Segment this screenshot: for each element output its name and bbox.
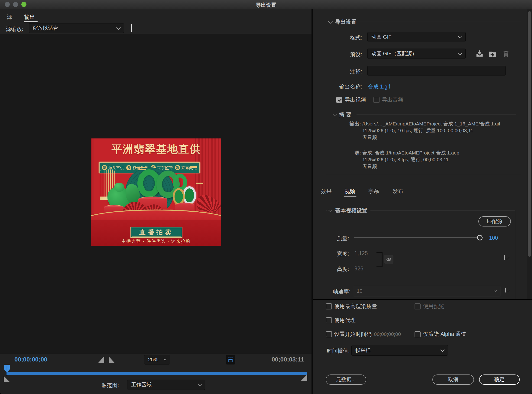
- cloud-decor-icon: [189, 166, 197, 168]
- summary-source-label: 源:: [338, 149, 361, 156]
- collapse-chevron-icon: [332, 112, 337, 116]
- preview-headline: 平洲翡翠基地直供: [91, 142, 221, 156]
- options-divider: [313, 299, 532, 300]
- start-timecode-value: 00;00;00;00: [374, 331, 401, 337]
- jd-delivery-badge-icon: 送: [175, 165, 180, 170]
- height-label: 高度:: [298, 265, 349, 273]
- title-bar: 导出设置: [0, 0, 532, 9]
- summary-output-line: /Users/…_AME/tmpAEtoAMEProject-合成 1_16_A…: [362, 120, 500, 127]
- format-dropdown[interactable]: 动画 GIF: [367, 32, 466, 42]
- use-previews-row: 使用预览: [415, 303, 444, 310]
- fit-aspect-icon: [227, 356, 234, 363]
- quality-slider[interactable]: [354, 235, 485, 241]
- tab-publish[interactable]: 发布: [392, 188, 403, 195]
- time-interpolation-dropdown[interactable]: 帧采样: [351, 345, 448, 356]
- preview-plaque: 直播拍卖: [131, 227, 182, 238]
- chevron-down-icon: [116, 25, 121, 30]
- source-range-label: 源范围:: [101, 382, 119, 389]
- set-out-point-icon[interactable]: [109, 356, 115, 363]
- link-dimensions-button[interactable]: [384, 255, 393, 264]
- width-label: 宽度:: [298, 250, 349, 257]
- work-area-start-marker[interactable]: [4, 376, 10, 382]
- text-caret: [131, 24, 132, 32]
- start-timecode-row[interactable]: 设置开始时间码 00;00;00;00: [326, 331, 401, 338]
- comments-input[interactable]: [367, 66, 506, 76]
- dimensions-enabled-checkbox[interactable]: [504, 255, 505, 260]
- export-audio-checkbox-row: 导出音频: [374, 96, 403, 103]
- current-timecode[interactable]: 00;00;00;00: [14, 356, 47, 363]
- source-scaling-label: 源缩放:: [6, 26, 31, 33]
- left-panel: 源 输出 源缩放: 缩放以适合 平洲翡翠基地直供 源 源头直供 质 权威质检: [0, 9, 311, 394]
- cloud-decor-icon: [135, 167, 147, 168]
- summary-output-line: 无音频: [362, 134, 377, 140]
- summary-source-line: 无音频: [362, 163, 377, 170]
- cloud-decor-icon: [196, 183, 203, 184]
- ok-button[interactable]: 确定: [479, 374, 520, 385]
- preview-zoom-dropdown[interactable]: 25%: [144, 355, 170, 364]
- max-render-quality-checkbox[interactable]: [326, 303, 332, 309]
- playhead-stem: [7, 371, 7, 376]
- preview-tagline: 主播力荐 · 件件优选 · 速来抢购: [91, 238, 221, 244]
- tab-output[interactable]: 输出: [24, 13, 35, 21]
- chevron-down-icon: [198, 382, 202, 386]
- alpha-only-row[interactable]: 仅渲染 Alpha 通道: [415, 331, 466, 338]
- export-video-checkbox[interactable]: [336, 97, 342, 103]
- transport-divider: [0, 354, 311, 354]
- preset-label: 预设:: [311, 51, 362, 58]
- tab-captions[interactable]: 字幕: [368, 188, 379, 195]
- quality-badge-icon: 质: [126, 165, 131, 170]
- export-audio-checkbox: [374, 97, 380, 103]
- preset-dropdown[interactable]: 动画 GIF（匹配源）: [367, 49, 466, 59]
- use-previews-checkbox: [415, 303, 421, 309]
- window-title: 导出设置: [0, 2, 532, 9]
- match-source-button[interactable]: 匹配源: [478, 216, 511, 227]
- collapse-chevron-icon: [328, 208, 332, 212]
- badge-item: 送 京东配送: [175, 165, 197, 171]
- video-settings-header[interactable]: 基本视频设置: [327, 207, 370, 214]
- frame-rate-enabled-checkbox[interactable]: [505, 288, 506, 292]
- summary-output-label: 输出:: [338, 120, 361, 127]
- tab-source[interactable]: 源: [7, 13, 12, 21]
- work-area-end-marker[interactable]: [301, 374, 307, 381]
- output-name-link[interactable]: 合成 1.gif: [368, 83, 390, 90]
- chevron-down-icon: [163, 357, 167, 361]
- summary-source-line: 1125x926 (1.0), 8 fps, 逐行, 00;00;03;11: [362, 156, 449, 163]
- quality-slider-handle[interactable]: [477, 235, 482, 240]
- start-timecode-checkbox[interactable]: [326, 331, 332, 337]
- set-in-point-icon[interactable]: [98, 356, 104, 363]
- source-scaling-dropdown[interactable]: 缩放以适合: [29, 23, 124, 33]
- dimension-bracket: [376, 252, 383, 267]
- quality-value[interactable]: 100: [489, 235, 498, 241]
- scrollbar-thumb[interactable]: [528, 11, 531, 257]
- jade-buddha-head: [114, 183, 124, 192]
- collapse-chevron-icon: [328, 19, 332, 23]
- right-panel: 导出设置 格式: 动画 GIF 预设: 动画 GIF（匹配源） 注释: 输出名称…: [313, 9, 532, 394]
- output-name-label: 输出名称:: [311, 83, 362, 90]
- summary-header[interactable]: 摘要: [333, 111, 516, 118]
- tab-output-underline: [24, 21, 38, 22]
- metadata-button[interactable]: 元数据...: [326, 374, 366, 385]
- timeline-track[interactable]: [6, 372, 307, 375]
- tab-effects[interactable]: 效果: [321, 188, 332, 195]
- width-value: 1,125: [355, 250, 368, 256]
- use-proxies-row[interactable]: 使用代理: [326, 317, 356, 324]
- source-range-dropdown[interactable]: 工作区域: [127, 380, 205, 390]
- fit-aspect-button[interactable]: [226, 355, 235, 364]
- use-proxies-checkbox[interactable]: [326, 317, 332, 323]
- save-preset-icon[interactable]: [475, 49, 484, 58]
- import-preset-icon[interactable]: [488, 49, 497, 58]
- duration-timecode: 00;00;03;11: [272, 356, 304, 363]
- cancel-button[interactable]: 取消: [432, 374, 474, 385]
- delete-preset-icon[interactable]: [501, 49, 511, 58]
- export-video-checkbox-row[interactable]: 导出视频: [336, 96, 366, 103]
- summary-source-line: 合成, 合成 1/tmpAEtoAMEProject-合成 1.aep: [362, 149, 459, 156]
- export-settings-header[interactable]: 导出设置: [327, 19, 360, 25]
- chevron-down-icon: [494, 289, 497, 292]
- alpha-only-checkbox[interactable]: [415, 331, 421, 337]
- tabbar-divider: [313, 198, 532, 198]
- max-render-quality-row[interactable]: 使用最高渲染质量: [326, 303, 377, 310]
- height-value: 926: [355, 265, 363, 272]
- tab-video[interactable]: 视频: [345, 188, 355, 195]
- quality-label: 质量:: [298, 235, 349, 242]
- time-interpolation-label: 时间插值:: [327, 347, 350, 354]
